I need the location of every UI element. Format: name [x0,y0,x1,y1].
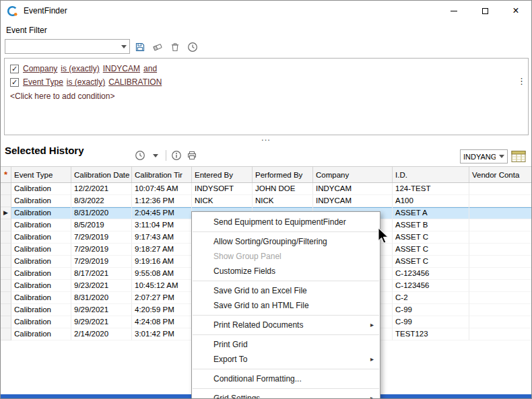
grid-cell[interactable] [469,268,532,280]
grid-cell[interactable]: 7/29/2019 [71,244,132,256]
menu-item[interactable]: Allow Sorting/Grouping/Filtering [192,234,380,249]
column-header[interactable]: Calibration Date [71,167,132,182]
condition-field-link[interactable]: Event Type [23,77,63,87]
grid-cell[interactable]: 10:07:45 AM [132,183,192,195]
grid-cell[interactable]: Calibration [11,280,71,292]
delete-filter-button[interactable] [170,42,180,52]
grid-cell[interactable]: 1:12:36 PM [132,195,192,207]
history-clock-button[interactable] [135,150,145,161]
print-button[interactable] [187,150,197,161]
row-indicator[interactable]: ▶ [1,207,11,219]
grid-cell[interactable] [469,231,532,244]
grid-cell[interactable]: Calibration [11,316,71,328]
menu-item[interactable]: Conditional Formatting... [192,371,380,386]
row-indicator[interactable] [1,292,11,304]
grid-cell[interactable]: JOHN DOE [253,183,313,195]
condition-operator-link[interactable]: is (exactly) [61,64,99,73]
grid-cell[interactable]: ASSET C [393,244,469,256]
condition-operator-link[interactable]: is (exactly) [67,77,105,87]
menu-item[interactable]: Save Grid to an HTML File [192,298,380,313]
grid-cell[interactable]: TEST123 [393,328,469,340]
row-indicator[interactable] [1,328,11,340]
grid-cell[interactable]: Calibration [11,304,71,316]
grid-cell[interactable]: Calibration [11,219,71,231]
splitter-handle[interactable]: ... [1,134,531,142]
table-row[interactable]: Calibration 8/3/2022 1:12:36 PM NICK NIC… [1,195,532,207]
row-indicator[interactable] [1,219,11,231]
grid-cell[interactable]: 3:01:42 PM [132,328,192,340]
grid-cell[interactable]: 8/17/2021 [71,268,132,280]
grid-cell[interactable]: Calibration [11,328,71,340]
grid-cell[interactable]: C-123456 [393,280,469,292]
filter-history-button[interactable] [187,42,198,52]
grid-cell[interactable]: 2/14/2020 [71,328,132,340]
column-header[interactable]: Event Type [11,167,71,182]
row-indicator[interactable] [1,304,11,316]
grid-cell[interactable] [469,304,532,316]
grid-cell[interactable] [469,316,532,328]
grid-cell[interactable]: A100 [393,195,469,207]
grid-cell[interactable]: 12/2/2021 [71,183,132,195]
grid-cell[interactable]: 9/29/2021 [71,304,132,316]
grid-cell[interactable]: 7/29/2019 [71,231,132,244]
grid-cell[interactable]: 9:18:27 AM [132,244,192,256]
column-header[interactable]: Performed By [253,167,313,182]
grid-cell[interactable]: 4:20:59 PM [132,304,192,316]
clear-filter-button[interactable] [152,42,163,52]
maximize-button[interactable] [469,1,500,21]
grid-cell[interactable]: Calibration [11,183,71,195]
grid-cell[interactable]: 9/29/2021 [71,316,132,328]
grid-cell[interactable]: 2:04:45 PM [132,207,192,219]
grid-cell[interactable]: 8/3/2022 [71,195,132,207]
grid-cell[interactable]: Calibration [11,268,71,280]
condition-value-link[interactable]: CALIBRATION [108,77,162,87]
grid-cell[interactable]: Calibration [11,195,71,207]
grid-cell[interactable]: 8/5/2019 [71,219,132,231]
row-indicator[interactable] [1,316,11,328]
grid-cell[interactable]: ASSET A [393,207,469,219]
user-combobox[interactable]: INDYANG [460,149,508,164]
grid-cell[interactable] [469,256,532,268]
row-indicator[interactable] [1,183,11,195]
grid-cell[interactable]: Calibration [11,292,71,304]
grid-cell[interactable]: 9:55:08 AM [132,268,192,280]
grid-cell[interactable]: INDYCAM [313,195,393,207]
grid-cell[interactable] [469,183,532,195]
menu-item[interactable]: Export To▸ [192,352,380,367]
grid-cell[interactable]: 4:24:08 PM [132,316,192,328]
info-button[interactable] [171,150,182,161]
menu-item[interactable]: Print Related Documents▸ [192,318,380,332]
condition-conjunction-link[interactable]: and [143,64,157,73]
grid-cell[interactable]: 8/31/2020 [71,292,132,304]
history-dropdown-button[interactable] [150,150,161,161]
menu-item[interactable]: Save Grid to an Excel File [192,283,380,298]
grid-cell[interactable]: ASSET C [393,256,469,268]
grid-cell[interactable]: 9/23/2021 [71,280,132,292]
grid-cell[interactable]: Calibration [11,207,71,219]
grid-cell[interactable]: C-99 [393,316,469,328]
grid-cell[interactable] [469,328,532,340]
grid-cell[interactable]: C-2 [393,292,469,304]
column-header[interactable]: I.D. [393,167,469,182]
grid-cell[interactable] [469,244,532,256]
grid-cell[interactable]: 124-TEST [393,183,469,195]
row-indicator[interactable] [1,256,11,268]
grid-cell[interactable]: 10:45:12 AM [132,280,192,292]
menu-item[interactable]: Print Grid [192,337,380,352]
filter-indicator-header[interactable]: * [1,167,11,182]
grid-cell[interactable]: ASSET C [393,231,469,244]
condition-checkbox-0[interactable]: ✓ [10,65,19,73]
grid-cell[interactable]: Calibration [11,231,71,244]
condition-checkbox-1[interactable]: ✓ [10,78,19,87]
grid-cell[interactable]: 8/31/2020 [71,207,132,219]
grid-cell[interactable] [469,280,532,292]
grid-cell[interactable]: Calibration [11,244,71,256]
row-indicator[interactable] [1,244,11,256]
grid-cell[interactable] [469,219,532,231]
save-filter-button[interactable] [135,42,145,52]
chevron-down-icon[interactable] [496,150,507,163]
grid-cell[interactable]: INDYSOFT [192,183,253,195]
row-indicator[interactable] [1,280,11,292]
menu-item[interactable]: Grid Settings▸ [192,391,380,399]
grid-cell[interactable]: 9:17:43 AM [132,231,192,244]
